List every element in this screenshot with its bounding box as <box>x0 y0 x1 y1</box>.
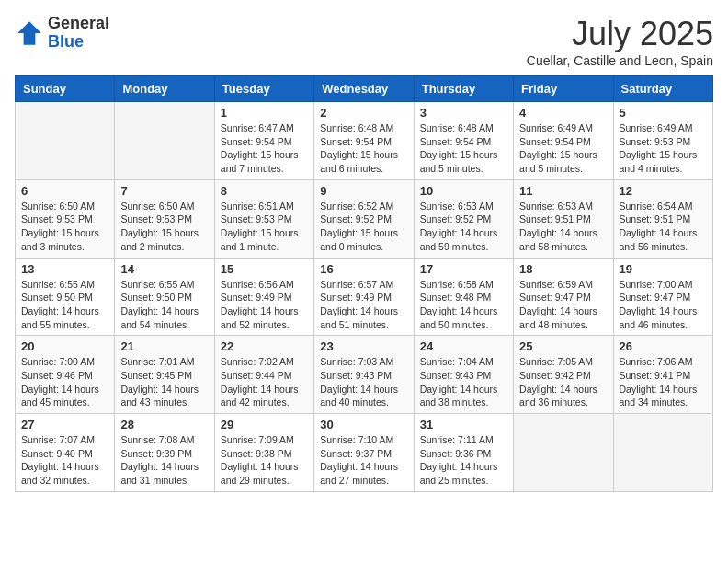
day-number: 20 <box>21 339 108 353</box>
cell-content: Sunrise: 7:00 AM Sunset: 9:47 PM Dayligh… <box>620 278 707 332</box>
cell-content: Sunrise: 6:52 AM Sunset: 9:52 PM Dayligh… <box>320 200 407 254</box>
calendar-cell: 10Sunrise: 6:53 AM Sunset: 9:52 PM Dayli… <box>414 179 513 258</box>
cell-content: Sunrise: 6:48 AM Sunset: 9:54 PM Dayligh… <box>320 121 407 176</box>
cell-content: Sunrise: 6:54 AM Sunset: 9:51 PM Dayligh… <box>620 200 707 254</box>
weekday-header-friday: Friday <box>514 76 613 102</box>
day-number: 22 <box>221 339 308 353</box>
cell-content: Sunrise: 6:49 AM Sunset: 9:54 PM Dayligh… <box>519 121 607 176</box>
calendar-cell: 3Sunrise: 6:48 AM Sunset: 9:54 PM Daylig… <box>414 102 513 180</box>
calendar-cell: 14Sunrise: 6:55 AM Sunset: 9:50 PM Dayli… <box>115 258 214 336</box>
weekday-header-wednesday: Wednesday <box>314 76 414 102</box>
calendar-cell: 15Sunrise: 6:56 AM Sunset: 9:49 PM Dayli… <box>214 258 313 336</box>
cell-content: Sunrise: 6:59 AM Sunset: 9:47 PM Dayligh… <box>519 278 607 332</box>
day-number: 31 <box>420 418 507 431</box>
calendar-week-1: 1Sunrise: 6:47 AM Sunset: 9:54 PM Daylig… <box>16 102 713 180</box>
cell-content: Sunrise: 6:55 AM Sunset: 9:50 PM Dayligh… <box>120 278 208 332</box>
cell-content: Sunrise: 7:09 AM Sunset: 9:38 PM Dayligh… <box>221 433 308 488</box>
calendar-cell: 17Sunrise: 6:58 AM Sunset: 9:48 PM Dayli… <box>414 258 513 336</box>
calendar-cell: 4Sunrise: 6:49 AM Sunset: 9:54 PM Daylig… <box>514 102 613 180</box>
cell-content: Sunrise: 6:50 AM Sunset: 9:53 PM Dayligh… <box>120 200 208 254</box>
day-number: 5 <box>620 106 707 120</box>
calendar-cell: 29Sunrise: 7:09 AM Sunset: 9:38 PM Dayli… <box>214 414 313 492</box>
day-number: 7 <box>120 184 208 198</box>
calendar-cell: 16Sunrise: 6:57 AM Sunset: 9:49 PM Dayli… <box>314 258 414 336</box>
day-number: 12 <box>620 184 707 198</box>
day-number: 21 <box>120 339 208 353</box>
day-number: 1 <box>221 106 308 120</box>
calendar-table: SundayMondayTuesdayWednesdayThursdayFrid… <box>15 75 713 492</box>
cell-content: Sunrise: 6:51 AM Sunset: 9:53 PM Dayligh… <box>221 200 308 254</box>
calendar-cell <box>514 414 613 492</box>
calendar-cell: 28Sunrise: 7:08 AM Sunset: 9:39 PM Dayli… <box>115 414 214 492</box>
day-number: 15 <box>221 262 308 276</box>
day-number: 19 <box>620 262 707 276</box>
day-number: 26 <box>620 339 707 353</box>
day-number: 14 <box>120 262 208 276</box>
calendar-cell: 22Sunrise: 7:02 AM Sunset: 9:44 PM Dayli… <box>214 336 313 414</box>
weekday-header-sunday: Sunday <box>16 76 115 102</box>
day-number: 18 <box>519 262 607 276</box>
location-title: Cuellar, Castille and Leon, Spain <box>527 53 713 68</box>
logo-icon <box>15 18 44 48</box>
cell-content: Sunrise: 7:10 AM Sunset: 9:37 PM Dayligh… <box>320 433 407 488</box>
cell-content: Sunrise: 6:56 AM Sunset: 9:49 PM Dayligh… <box>221 278 308 332</box>
calendar-cell: 27Sunrise: 7:07 AM Sunset: 9:40 PM Dayli… <box>16 414 115 492</box>
cell-content: Sunrise: 6:50 AM Sunset: 9:53 PM Dayligh… <box>21 200 108 254</box>
cell-content: Sunrise: 7:03 AM Sunset: 9:43 PM Dayligh… <box>320 355 407 409</box>
cell-content: Sunrise: 6:57 AM Sunset: 9:49 PM Dayligh… <box>320 278 407 332</box>
calendar-cell: 25Sunrise: 7:05 AM Sunset: 9:42 PM Dayli… <box>514 336 613 414</box>
day-number: 17 <box>420 262 507 276</box>
calendar-cell: 2Sunrise: 6:48 AM Sunset: 9:54 PM Daylig… <box>314 102 414 180</box>
day-number: 29 <box>221 418 308 431</box>
weekday-header-row: SundayMondayTuesdayWednesdayThursdayFrid… <box>16 76 713 102</box>
day-number: 6 <box>21 184 108 198</box>
calendar-week-3: 13Sunrise: 6:55 AM Sunset: 9:50 PM Dayli… <box>16 258 713 336</box>
day-number: 3 <box>420 106 507 120</box>
calendar-week-5: 27Sunrise: 7:07 AM Sunset: 9:40 PM Dayli… <box>16 414 713 492</box>
cell-content: Sunrise: 6:53 AM Sunset: 9:52 PM Dayligh… <box>420 200 507 254</box>
weekday-header-monday: Monday <box>115 76 214 102</box>
day-number: 25 <box>519 339 607 353</box>
cell-content: Sunrise: 6:53 AM Sunset: 9:51 PM Dayligh… <box>519 200 607 254</box>
cell-content: Sunrise: 7:07 AM Sunset: 9:40 PM Dayligh… <box>21 433 108 488</box>
calendar-cell: 23Sunrise: 7:03 AM Sunset: 9:43 PM Dayli… <box>314 336 414 414</box>
calendar-cell <box>16 102 115 180</box>
weekday-header-tuesday: Tuesday <box>214 76 313 102</box>
calendar-cell: 18Sunrise: 6:59 AM Sunset: 9:47 PM Dayli… <box>514 258 613 336</box>
calendar-week-2: 6Sunrise: 6:50 AM Sunset: 9:53 PM Daylig… <box>16 179 713 258</box>
cell-content: Sunrise: 7:06 AM Sunset: 9:41 PM Dayligh… <box>620 355 707 409</box>
calendar-cell: 11Sunrise: 6:53 AM Sunset: 9:51 PM Dayli… <box>514 179 613 258</box>
calendar-cell: 9Sunrise: 6:52 AM Sunset: 9:52 PM Daylig… <box>314 179 414 258</box>
title-block: July 2025 Cuellar, Castille and Leon, Sp… <box>527 15 713 68</box>
calendar-cell: 7Sunrise: 6:50 AM Sunset: 9:53 PM Daylig… <box>115 179 214 258</box>
calendar-cell: 21Sunrise: 7:01 AM Sunset: 9:45 PM Dayli… <box>115 336 214 414</box>
cell-content: Sunrise: 7:01 AM Sunset: 9:45 PM Dayligh… <box>120 355 208 409</box>
day-number: 27 <box>21 418 108 431</box>
calendar-cell: 24Sunrise: 7:04 AM Sunset: 9:43 PM Dayli… <box>414 336 513 414</box>
day-number: 4 <box>519 106 607 120</box>
day-number: 28 <box>120 418 208 431</box>
weekday-header-saturday: Saturday <box>613 76 712 102</box>
svg-marker-0 <box>17 21 41 45</box>
calendar-cell <box>115 102 214 180</box>
weekday-header-thursday: Thursday <box>414 76 513 102</box>
month-title: July 2025 <box>527 15 713 53</box>
calendar-cell: 5Sunrise: 6:49 AM Sunset: 9:53 PM Daylig… <box>613 102 712 180</box>
cell-content: Sunrise: 6:58 AM Sunset: 9:48 PM Dayligh… <box>420 278 507 332</box>
page-header: General Blue July 2025 Cuellar, Castille… <box>15 15 713 68</box>
cell-content: Sunrise: 7:02 AM Sunset: 9:44 PM Dayligh… <box>221 355 308 409</box>
calendar-cell: 13Sunrise: 6:55 AM Sunset: 9:50 PM Dayli… <box>16 258 115 336</box>
logo: General Blue <box>15 15 109 52</box>
day-number: 10 <box>420 184 507 198</box>
cell-content: Sunrise: 7:05 AM Sunset: 9:42 PM Dayligh… <box>519 355 607 409</box>
day-number: 30 <box>320 418 407 431</box>
day-number: 24 <box>420 339 507 353</box>
calendar-cell: 8Sunrise: 6:51 AM Sunset: 9:53 PM Daylig… <box>214 179 313 258</box>
calendar-cell: 26Sunrise: 7:06 AM Sunset: 9:41 PM Dayli… <box>613 336 712 414</box>
calendar-cell: 1Sunrise: 6:47 AM Sunset: 9:54 PM Daylig… <box>214 102 313 180</box>
cell-content: Sunrise: 6:47 AM Sunset: 9:54 PM Dayligh… <box>221 121 308 176</box>
cell-content: Sunrise: 6:48 AM Sunset: 9:54 PM Dayligh… <box>420 121 507 176</box>
day-number: 8 <box>221 184 308 198</box>
day-number: 23 <box>320 339 407 353</box>
cell-content: Sunrise: 6:55 AM Sunset: 9:50 PM Dayligh… <box>21 278 108 332</box>
